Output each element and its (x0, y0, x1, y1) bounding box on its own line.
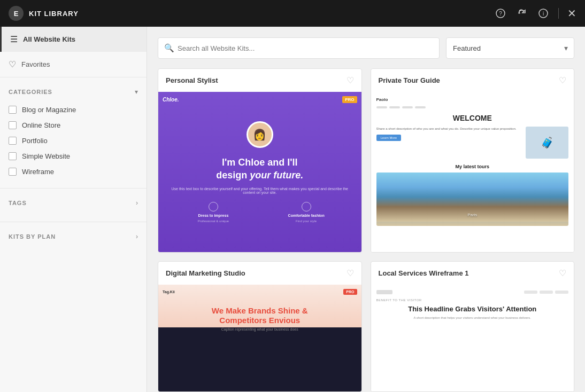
kit-card-digital-marketing[interactable]: Digital Marketing Studio ♡ Tag.Kii PRO W… (158, 261, 362, 392)
sidebar-item-favorites[interactable]: ♡ Favorites (0, 52, 147, 77)
kit-card-header-wf: Local Services Wireframe 1 ♡ (371, 262, 574, 285)
ptg-hero: Share a short description of who you are… (376, 127, 569, 159)
kit-card-private-tour-guide[interactable]: Private Tour Guide ♡ Paolo WELCOME (371, 68, 575, 253)
preview-wireframe: Benefit to the visitor This Headline Gra… (371, 285, 574, 391)
search-icon: 🔍 (164, 43, 174, 53)
svg-text:i: i (543, 11, 544, 17)
ptg-nav-dot-2 (389, 106, 400, 108)
plw-nav-item-3 (555, 291, 568, 294)
sort-wrapper: Featured Newest Popular ▾ (446, 37, 574, 59)
pdm-logo: Tag.Kii (163, 290, 175, 294)
tags-header[interactable]: TAGS › (9, 199, 138, 207)
search-input[interactable] (158, 37, 440, 59)
categories-header[interactable]: CATEGORIES ▾ (9, 88, 138, 96)
pdm-pro-badge: PRO (343, 289, 357, 295)
preview-tour-guide: Paolo WELCOME Share a short description … (371, 92, 574, 252)
sort-select[interactable]: Featured Newest Popular (446, 37, 574, 59)
preview-ps-avatar: 👩 (247, 121, 273, 148)
refresh-icon[interactable] (515, 7, 528, 20)
ptg-welcome: WELCOME (376, 114, 569, 122)
preview-ps-logo: Chloe. (163, 97, 179, 103)
kits-grid: Personal Stylist ♡ Chloe. PRO 👩 I'm Chlo… (158, 68, 574, 392)
checkbox-simple-website[interactable] (9, 152, 17, 160)
topbar: E KIT LIBRARY ? i ✕ (0, 0, 585, 27)
preview-ps-subtext: Use this text box to describe yourself a… (169, 187, 351, 194)
categories-title: CATEGORIES (9, 89, 52, 95)
topbar-divider (558, 8, 559, 19)
kit-card-preview-dm: Tag.Kii PRO We Make Brands Shine &Compet… (158, 285, 361, 391)
plw-nav (524, 291, 568, 294)
ptg-latest-tours: My latest tours (376, 164, 569, 169)
feature-1-title: Dress to impress (198, 214, 228, 217)
ptg-logo: Paolo (376, 97, 569, 102)
tags-expand-icon: › (136, 199, 138, 207)
category-label-blog-magazine: Blog or Magazine (22, 106, 76, 114)
feature-2: Comfortable fashion Find your style (262, 202, 351, 223)
kits-by-plan-header[interactable]: KITS BY PLAN › (9, 233, 138, 240)
tags-title: TAGS (9, 200, 27, 206)
kit-fav-icon-wf[interactable]: ♡ (559, 268, 566, 278)
checkbox-online-store[interactable] (9, 121, 17, 129)
feature-2-title: Comfortable fashion (288, 214, 325, 217)
kits-by-plan-title: KITS BY PLAN (9, 233, 56, 240)
plw-nav-item-1 (524, 291, 537, 294)
checkbox-blog-magazine[interactable] (9, 106, 17, 114)
category-label-simple-website: Simple Website (22, 152, 70, 160)
preview-digital-marketing: Tag.Kii PRO We Make Brands Shine &Compet… (158, 285, 361, 391)
category-blog-magazine[interactable]: Blog or Magazine (9, 102, 138, 117)
categories-collapse-icon: ▾ (135, 88, 138, 96)
pdm-subtext: Caption representing what your business … (221, 327, 298, 331)
ptg-hero-text: Share a short description of who you are… (376, 127, 522, 159)
app-logo: E (9, 6, 24, 21)
kit-card-header-dm: Digital Marketing Studio ♡ (158, 262, 361, 285)
plw-label: Benefit to the visitor (376, 299, 569, 302)
kit-card-preview-tour: Paolo WELCOME Share a short description … (371, 92, 574, 252)
search-wrapper: 🔍 (158, 37, 440, 59)
heart-icon: ♡ (9, 59, 16, 69)
sidebar: ☰ All Website Kits ♡ Favorites CATEGORIE… (0, 27, 147, 392)
tags-section: TAGS › (0, 188, 147, 213)
category-wireframe[interactable]: Wireframe (9, 164, 138, 179)
kit-card-header: Personal Stylist ♡ (158, 69, 361, 92)
ptg-nav-dot-4 (415, 106, 426, 108)
kit-fav-icon-personal-stylist[interactable]: ♡ (347, 75, 354, 85)
kit-card-preview-personal-stylist: Chloe. PRO 👩 I'm Chloe and I'lldesign yo… (158, 92, 361, 252)
topbar-left: E KIT LIBRARY (9, 6, 79, 21)
help-icon[interactable]: ? (494, 7, 507, 20)
kit-card-title-dm: Digital Marketing Studio (166, 269, 245, 277)
plw-logo (376, 290, 392, 294)
plw-topbar (376, 290, 569, 294)
topbar-actions: ? i ✕ (494, 7, 576, 20)
info-icon[interactable]: i (537, 7, 550, 20)
ptg-hero-btn[interactable]: Learn More (376, 135, 402, 141)
checkbox-portfolio[interactable] (9, 137, 17, 145)
kit-card-personal-stylist[interactable]: Personal Stylist ♡ Chloe. PRO 👩 I'm Chlo… (158, 68, 362, 253)
category-label-online-store: Online Store (22, 121, 60, 129)
kits-by-plan-section: KITS BY PLAN › (0, 222, 147, 247)
feature-2-icon (302, 202, 311, 211)
pdm-topbar: Tag.Kii PRO (163, 289, 357, 295)
ptg-tour-img: Paris (376, 173, 569, 226)
kit-card-header-tour: Private Tour Guide ♡ (371, 69, 574, 92)
category-online-store[interactable]: Online Store (9, 117, 138, 133)
svg-text:?: ? (499, 11, 502, 17)
category-label-portfolio: Portfolio (22, 137, 48, 145)
category-portfolio[interactable]: Portfolio (9, 133, 138, 148)
category-label-wireframe: Wireframe (22, 168, 54, 176)
preview-ps-topbar: Chloe. PRO (163, 96, 357, 103)
sidebar-item-all-kits[interactable]: ☰ All Website Kits (0, 27, 147, 52)
all-kits-label: All Website Kits (23, 35, 75, 43)
kit-fav-icon-tour[interactable]: ♡ (559, 75, 566, 85)
checkbox-wireframe[interactable] (9, 168, 17, 176)
kit-card-wireframe[interactable]: Local Services Wireframe 1 ♡ (371, 261, 575, 392)
tour-overlay-text: Paris (467, 213, 477, 217)
preview-ps-headline: I'm Chloe and I'lldesign your future. (216, 156, 303, 182)
menu-icon: ☰ (10, 34, 18, 44)
plw-nav-item-2 (540, 291, 553, 294)
plw-subtext: A short description that helps your visi… (376, 316, 569, 319)
kit-fav-icon-dm[interactable]: ♡ (347, 268, 354, 278)
preview-ps-features: Dress to impress Professional & unique C… (169, 202, 351, 223)
category-simple-website[interactable]: Simple Website (9, 148, 138, 164)
close-icon[interactable]: ✕ (567, 7, 576, 20)
kit-card-title-wf: Local Services Wireframe 1 (379, 269, 469, 277)
